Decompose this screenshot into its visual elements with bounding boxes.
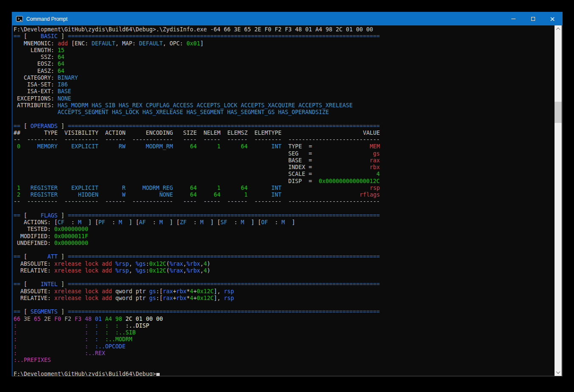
window-title: Command Prompt (26, 16, 504, 22)
text-segment: MNEMONIC: (24, 40, 58, 47)
text-segment (197, 143, 217, 150)
console-line: ACCEPTS_SEGMENT HAS_LOCK HAS_XRELEASE HA… (14, 109, 554, 116)
text-segment (58, 130, 64, 136)
text-segment: A4 (105, 316, 115, 322)
text-segment: :[ (156, 288, 163, 295)
text-segment: ] [ (122, 219, 139, 225)
console-line: DISP = 0x000000000000012C (14, 178, 554, 185)
text-segment: rsp (224, 295, 234, 301)
text-segment: 3E (24, 316, 34, 322)
text-segment (220, 185, 241, 191)
text-segment: : (146, 219, 159, 225)
console-viewport[interactable]: F:\Development\GitHub\zydis\Build64\Debu… (12, 25, 562, 376)
section-header-line: == [ SEGMENTS ] ========================… (14, 309, 554, 315)
text-segment: ABSOLUTE: (20, 261, 54, 267)
text-segment: SEGMENTS (31, 309, 58, 315)
console-line: F:\Development\GitHub\zydis\Build64\Debu… (14, 26, 554, 33)
text-segment: BASIC (31, 33, 58, 39)
console-line: SSZ: 64 (14, 54, 554, 61)
text-segment: add (58, 40, 68, 47)
text-segment: : (85, 343, 88, 350)
text-segment: :..MODRM (105, 336, 132, 342)
scroll-down-button[interactable] (555, 369, 562, 376)
text-segment: ========================================… (68, 253, 380, 260)
text-segment (14, 171, 288, 177)
console-line (14, 206, 554, 212)
text-segment: :..OPCODE (95, 343, 125, 350)
text-segment: REGISTER (31, 192, 58, 198)
text-segment: %rsp (115, 261, 129, 267)
text-segment (14, 75, 24, 81)
text-segment: M (282, 219, 285, 225)
text-segment: MEM (370, 143, 380, 150)
text-segment: TYPE = (288, 143, 312, 150)
text-segment (173, 192, 190, 198)
console-line: SEG = gs (14, 150, 554, 157)
text-segment: : (14, 336, 17, 342)
text-segment: RW (119, 143, 125, 150)
text-cursor (156, 373, 160, 376)
text-segment (112, 261, 115, 267)
text-segment: [ (20, 123, 31, 129)
text-segment (312, 143, 370, 150)
text-segment: SEG = (288, 150, 312, 157)
text-segment: : (95, 322, 98, 329)
section-header-line: == [ BASIC ] ===========================… (14, 33, 554, 40)
text-segment: xrelease lock add (54, 261, 112, 267)
text-segment (282, 143, 288, 150)
console-line: TESTED: 0x00000000 (14, 226, 554, 233)
text-segment: ) (207, 261, 210, 267)
text-segment: %rsp (115, 267, 129, 274)
text-segment: ========================================… (68, 309, 380, 315)
text-segment: DISP = (288, 178, 312, 184)
text-segment (14, 295, 20, 301)
text-segment: ] (58, 281, 68, 287)
text-segment: BASE = (288, 157, 312, 164)
text-segment: [ (20, 212, 31, 219)
text-segment: ENCODING (146, 130, 173, 136)
titlebar[interactable]: Command Prompt × (12, 12, 562, 25)
text-segment: BASE (58, 88, 71, 95)
text-segment: %rbx (186, 261, 200, 267)
scrollbar[interactable] (555, 25, 562, 376)
text-segment: == (14, 212, 20, 219)
text-segment: rbx (176, 295, 186, 301)
text-segment: ] (200, 40, 203, 47)
close-button[interactable]: × (543, 12, 562, 25)
minimize-button[interactable] (504, 12, 523, 25)
text-segment: 64 (58, 68, 64, 74)
text-segment: xrelease lock add (54, 288, 112, 295)
text-segment (14, 219, 24, 225)
console-line: BASE = rax (14, 157, 554, 164)
text-segment: EOSZ: (37, 61, 58, 67)
text-segment: INDEX = (288, 164, 312, 170)
text-segment: RELATIVE: (20, 267, 54, 274)
text-segment (14, 267, 20, 274)
text-segment: VALUE (363, 130, 380, 136)
scroll-thumb[interactable] (555, 102, 562, 123)
console-line: LENGTH: 15 (14, 47, 554, 54)
text-segment: INTEL (31, 281, 58, 287)
text-segment: REGISTER (31, 185, 58, 191)
console-line: 0 MEMORY EXPLICIT RW MODRM_RM 64 1 64 IN… (14, 143, 554, 150)
console-line: : : : : : :..DISP (14, 322, 554, 329)
text-segment: ) (207, 267, 210, 274)
text-segment: == (14, 281, 20, 287)
text-segment: ========================================… (68, 123, 380, 129)
text-segment: OPERANDS (31, 123, 58, 129)
text-segment: ] (58, 212, 68, 219)
text-segment (14, 95, 17, 102)
text-segment: F:\Development\GitHub\zydis\Build64\Debu… (14, 371, 156, 376)
text-segment (98, 336, 105, 342)
maximize-button[interactable] (523, 12, 543, 25)
text-segment: ] (58, 253, 68, 260)
text-segment (282, 130, 363, 136)
console-line: EASZ: 64 (14, 68, 554, 75)
text-segment: ], (214, 288, 224, 295)
text-segment (20, 192, 31, 198)
scroll-up-button[interactable] (555, 25, 562, 33)
text-segment: 0x00000000 (54, 240, 88, 246)
text-segment: SCALE = (288, 171, 312, 177)
text-segment: ATTRIBUTES: (17, 102, 58, 108)
text-segment: CATEGORY: (24, 75, 58, 81)
